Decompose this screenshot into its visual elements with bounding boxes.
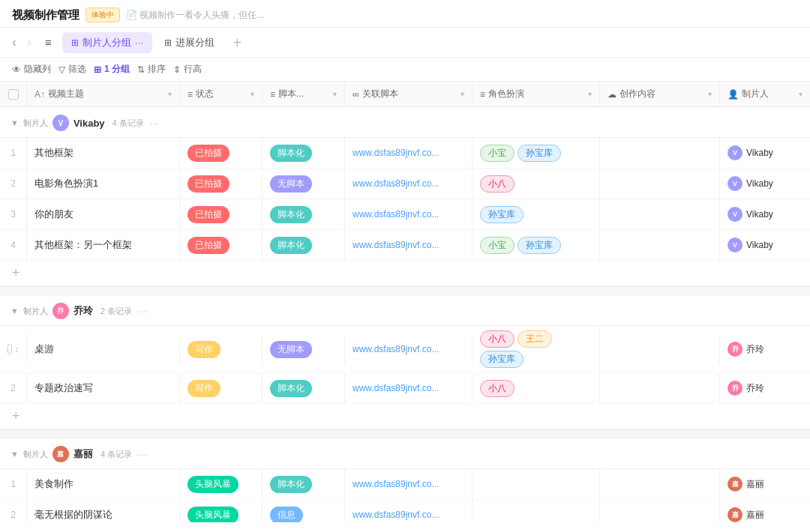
cell-roles: 孙宝库 <box>472 199 600 229</box>
cell-link[interactable]: www.dsfas89jnvf.co... <box>345 138 472 168</box>
group-vikaby: ▼ 制片人 V Vikaby 4 条记录 ··· 1 其他框架 已拍摄 脚本化 … <box>0 107 810 286</box>
group-vikaby-name: Vikaby <box>74 118 105 129</box>
cell-check[interactable]: ↕ <box>0 334 27 364</box>
cell-script-status: 脚本化 <box>262 373 345 403</box>
cell-link[interactable]: www.dsfas89jnvf.co... <box>345 469 472 499</box>
cell-num: 2 <box>0 500 27 522</box>
col-link-chevron: ▾ <box>460 90 464 98</box>
nav-back[interactable]: ‹ <box>8 34 21 50</box>
table-row: 1 其他框架 已拍摄 脚本化 www.dsfas89jnvf.co... 小宝 … <box>0 138 810 169</box>
cell-num: 1 <box>0 138 27 168</box>
cell-script-status: 脚本化 <box>262 199 345 229</box>
cell-script-status: 信息 <box>262 500 345 522</box>
col-link[interactable]: ∞ 关联脚本 ▾ <box>345 82 472 106</box>
cell-title[interactable]: 美食制作 <box>27 469 180 499</box>
group-qiaoling-name: 乔玲 <box>74 304 93 318</box>
cell-roles: 小八 <box>472 373 600 403</box>
tab-add-button[interactable]: + <box>226 35 248 50</box>
group-qiaoling-count: 2 条记录 <box>100 306 132 317</box>
group-jiali: ▼ 制片人 嘉 嘉丽 4 条记录 ··· 1 美食制作 头脑风暴 脚本化 www… <box>0 438 810 522</box>
cell-title[interactable]: 其他框架 <box>27 138 180 168</box>
group-more-icon[interactable]: ··· <box>150 117 159 129</box>
cell-status: 已拍摄 <box>180 230 262 260</box>
table-row: 3 你的朋友 已拍摄 脚本化 www.dsfas89jnvf.co... 孙宝库… <box>0 199 810 230</box>
table-row: 1 美食制作 头脑风暴 脚本化 www.dsfas89jnvf.co... 嘉 … <box>0 469 810 500</box>
group-collapse-icon[interactable]: ▼ <box>10 306 19 315</box>
col-title[interactable]: A↑ 视频主题 ▾ <box>27 82 180 106</box>
group-icon: ⊞ <box>94 64 101 75</box>
cell-title[interactable]: 桌游 <box>27 334 180 364</box>
col-status-icon: ≡ <box>188 89 193 100</box>
col-creator-chevron: ▾ <box>799 90 802 98</box>
col-content-chevron: ▾ <box>708 90 712 98</box>
cell-link[interactable]: www.dsfas89jnvf.co... <box>345 373 472 403</box>
cell-status: 写作 <box>180 334 262 364</box>
cell-creator: 嘉 嘉丽 <box>720 469 810 499</box>
group-button[interactable]: ⊞ 1 分组 <box>94 63 130 76</box>
cell-title[interactable]: 其他框架：另一个框架 <box>27 230 180 260</box>
cell-roles: 小宝 孙宝库 <box>472 138 600 168</box>
group-collapse-icon[interactable]: ▼ <box>10 118 19 127</box>
cell-link[interactable]: www.dsfas89jnvf.co... <box>345 334 472 364</box>
column-headers: A↑ 视频主题 ▾ ≡ 状态 ▾ ≡ 脚本... ▾ ∞ 关联脚本 ▾ ≡ 角色… <box>0 82 810 107</box>
cell-creator: V Vikaby <box>720 230 810 260</box>
cell-link[interactable]: www.dsfas89jnvf.co... <box>345 500 472 522</box>
col-content[interactable]: ☁ 创作内容 ▾ <box>600 82 720 106</box>
col-status[interactable]: ≡ 状态 ▾ <box>180 82 262 106</box>
tab-dots-icon: ··· <box>135 37 144 49</box>
header-desc: 📄 视频制作一看令人头痛，但任... <box>126 9 798 22</box>
cell-title[interactable]: 专题政治速写 <box>27 373 180 403</box>
tab-group2[interactable]: ⊞ 进展分组 <box>155 32 224 53</box>
table-row: 2 毫无根据的阴谋论 头脑风暴 信息 www.dsfas89jnvf.co...… <box>0 500 810 522</box>
cell-creator: V Vikaby <box>720 138 810 168</box>
cell-title[interactable]: 毫无根据的阴谋论 <box>27 500 180 522</box>
beta-badge: 体验中 <box>86 7 120 22</box>
cell-script-status: 脚本化 <box>262 138 345 168</box>
app-header: 视频制作管理 体验中 📄 视频制作一看令人头痛，但任... <box>0 0 810 28</box>
group-vikaby-header: ▼ 制片人 V Vikaby 4 条记录 ··· <box>0 107 810 138</box>
cell-status: 写作 <box>180 373 262 403</box>
hide-col-button[interactable]: 👁 隐藏列 <box>12 63 51 76</box>
cell-roles: 小八 <box>472 169 600 199</box>
group-qiaoling-avatar: 乔 <box>52 303 69 319</box>
col-creator-icon: 👤 <box>728 89 739 100</box>
hamburger-icon[interactable]: ≡ <box>38 31 59 53</box>
col-creator[interactable]: 👤 制片人 ▾ <box>720 82 810 106</box>
sort-button[interactable]: ⇅ 排序 <box>137 63 166 76</box>
cell-content <box>600 199 720 229</box>
group-more-icon[interactable]: ··· <box>138 448 147 460</box>
cell-link[interactable]: www.dsfas89jnvf.co... <box>345 199 472 229</box>
cell-link[interactable]: www.dsfas89jnvf.co... <box>345 169 472 199</box>
col-script[interactable]: ≡ 脚本... ▾ <box>262 82 345 106</box>
cell-content <box>600 230 720 260</box>
group-collapse-icon[interactable]: ▼ <box>10 450 19 459</box>
cell-script-status: 脚本化 <box>262 230 345 260</box>
col-roles[interactable]: ≡ 角色扮演 ▾ <box>472 82 600 106</box>
cell-roles: 小八 王二 孙宝库 <box>472 326 600 372</box>
cell-link[interactable]: www.dsfas89jnvf.co... <box>345 230 472 260</box>
cell-title[interactable]: 你的朋友 <box>27 199 180 229</box>
cell-num: 3 <box>0 199 27 229</box>
add-row-vikaby[interactable]: + <box>0 261 810 286</box>
col-checkbox[interactable] <box>0 82 27 106</box>
group-jiali-avatar: 嘉 <box>52 446 69 462</box>
tab-group1[interactable]: ⊞ 制片人分组 ··· <box>62 32 153 53</box>
toolbar: 👁 隐藏列 ▽ 筛选 ⊞ 1 分组 ⇅ 排序 ⇕ 行高 <box>0 58 810 82</box>
row-height-button[interactable]: ⇕ 行高 <box>173 63 202 76</box>
group-jiali-header: ▼ 制片人 嘉 嘉丽 4 条记录 ··· <box>0 438 810 469</box>
group-more-icon[interactable]: ··· <box>138 305 147 317</box>
cell-title[interactable]: 电影角色扮演1 <box>27 169 180 199</box>
col-link-icon: ∞ <box>352 89 359 100</box>
col-title-icon: A↑ <box>34 89 45 100</box>
cell-creator: 嘉 嘉丽 <box>720 500 810 522</box>
col-script-chevron: ▾ <box>333 90 337 98</box>
cell-num: 2 <box>0 373 27 403</box>
cell-num: 1 <box>0 469 27 499</box>
filter-button[interactable]: ▽ 筛选 <box>58 63 86 76</box>
group-qiaoling: ▼ 制片人 乔 乔玲 2 条记录 ··· ↕ 桌游 写作 无脚本 www.dsf… <box>0 295 810 429</box>
cell-script-status: 脚本化 <box>262 469 345 499</box>
nav-forward[interactable]: › <box>24 34 34 50</box>
sort-icon: ⇅ <box>137 64 145 75</box>
add-row-qiaoling[interactable]: + <box>0 404 810 429</box>
table-row: 4 其他框架：另一个框架 已拍摄 脚本化 www.dsfas89jnvf.co.… <box>0 230 810 261</box>
